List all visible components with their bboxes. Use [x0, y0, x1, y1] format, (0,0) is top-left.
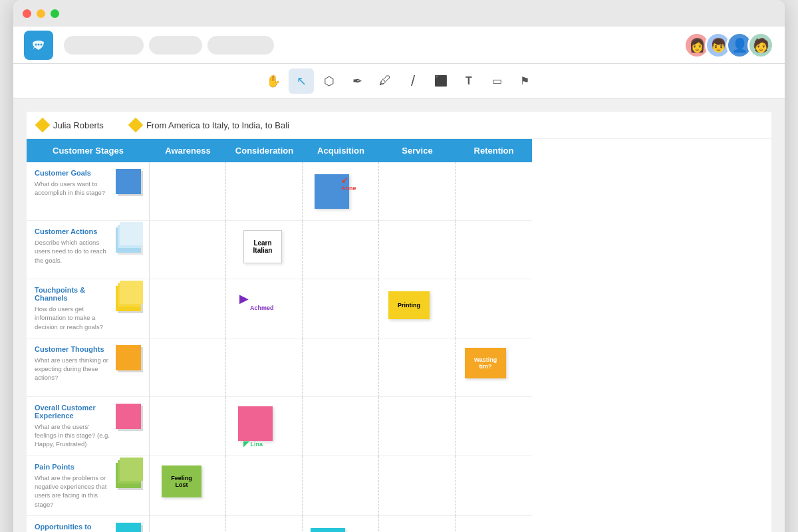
marker-tool[interactable]: 🖊 [372, 68, 398, 94]
eraser-tool[interactable]: ⬡ [317, 68, 342, 94]
cursor-lina: ◤ Lina [243, 440, 263, 448]
sticky-printing[interactable]: Printing [388, 291, 430, 319]
journey-title: From America to Italy, to India, to Bali [146, 120, 289, 130]
dot-red[interactable] [23, 9, 31, 18]
cell-pain-acquisition[interactable] [303, 456, 379, 516]
cell-touch-acquisition[interactable] [303, 279, 379, 338]
row-desc-goals: What do users want to accomplish in this… [35, 180, 112, 198]
person-name: Julia Roberts [53, 120, 104, 130]
cell-exp-consideration[interactable]: ◤ Lina [226, 397, 303, 456]
svg-point-3 [41, 43, 43, 45]
grid-header: Customer Stages Awareness Consideration … [27, 139, 771, 162]
menubar: 👩 👦 👤 🧑 [13, 27, 785, 64]
diamond-icon [35, 118, 51, 133]
dot-green[interactable] [51, 9, 59, 18]
info-row: Julia Roberts From America to Italy, to … [27, 112, 771, 139]
cell-opp-consideration[interactable] [226, 516, 303, 532]
row-title-goals: Customer Goals [35, 169, 112, 177]
avatar-4[interactable]: 🧑 [747, 32, 774, 59]
cell-goals-awareness[interactable] [150, 162, 226, 221]
cursor-tool[interactable]: ↖ [289, 68, 314, 94]
menu-item-2[interactable] [149, 36, 202, 55]
cell-exp-service[interactable] [379, 397, 456, 456]
diamond-icon-2 [128, 118, 144, 133]
col-service: Service [379, 139, 456, 162]
cell-actions-awareness[interactable] [150, 221, 226, 279]
dot-yellow[interactable] [37, 9, 45, 18]
sticky-feeling-lost[interactable]: FeelingLost [162, 466, 201, 497]
sticky-wasting-time[interactable]: Wastingtim? [465, 348, 506, 378]
row-title-opp: Opportunities to Improve [35, 523, 112, 532]
cell-touch-consideration[interactable]: ▶ Achmed [226, 279, 303, 338]
icon-experience [116, 404, 141, 429]
cell-exp-acquisition[interactable] [303, 397, 379, 456]
cell-exp-retention[interactable] [456, 397, 532, 456]
label-customer-actions: Customer Actions Describe which actions … [27, 221, 150, 279]
row-desc-experience: What are the users' feelings in this sta… [35, 422, 112, 449]
sticky-learn-italian[interactable]: LearnItalian [243, 230, 282, 263]
cell-thoughts-awareness[interactable] [150, 338, 226, 397]
icon-opp [116, 523, 141, 532]
row-title-thoughts: Customer Thoughts [35, 345, 112, 353]
cell-goals-service[interactable] [379, 162, 456, 221]
cell-opp-retention[interactable] [456, 516, 532, 532]
cell-thoughts-service[interactable] [379, 338, 456, 397]
cell-touch-service[interactable]: Printing [379, 279, 456, 338]
row-desc-pain: What are the problems or negative experi… [35, 473, 112, 509]
cell-opp-awareness[interactable] [150, 516, 226, 532]
pen-tool[interactable]: ✒ [344, 68, 370, 94]
row-title-experience: Overall Customer Experience [35, 404, 112, 420]
cell-thoughts-acquisition[interactable] [303, 338, 379, 397]
row-customer-actions: Customer Actions Describe which actions … [27, 221, 771, 279]
icon-thoughts [116, 345, 141, 370]
menu-item-3[interactable] [207, 36, 274, 55]
col-stages: Customer Stages [27, 139, 150, 162]
cell-pain-awareness[interactable]: FeelingLost [150, 456, 226, 516]
cell-exp-awareness[interactable] [150, 397, 226, 456]
svg-point-1 [35, 43, 37, 45]
cell-opp-acquisition[interactable]: ◀ Peter [303, 516, 379, 532]
line-tool[interactable]: / [400, 68, 426, 94]
col-awareness: Awareness [150, 139, 226, 162]
label-thoughts: Customer Thoughts What are users thinkin… [27, 338, 150, 397]
cell-touch-awareness[interactable] [150, 279, 226, 338]
sticky-tool[interactable]: ▭ [484, 68, 509, 94]
cell-actions-acquisition[interactable] [303, 221, 379, 279]
col-acquisition: Acquisition [303, 139, 379, 162]
hand-tool[interactable]: ✋ [261, 68, 286, 94]
logo-button[interactable] [24, 31, 53, 60]
shape-tool[interactable]: ⬛ [428, 68, 454, 94]
cell-actions-consideration[interactable]: LearnItalian [226, 221, 303, 279]
text-tool[interactable]: T [456, 68, 481, 94]
label-customer-goals: Customer Goals What do users want to acc… [27, 162, 150, 221]
sticky-lina[interactable] [238, 406, 273, 441]
cursor-achmed: Achmed [250, 305, 274, 311]
row-desc-touchpoints: How do users get information to make a d… [35, 305, 112, 331]
cell-touch-retention[interactable] [456, 279, 532, 338]
row-touchpoints: Touchpoints & Channels How do users get … [27, 279, 771, 338]
col-consideration: Consideration [226, 139, 303, 162]
cell-goals-consideration[interactable] [226, 162, 303, 221]
sticky-peter[interactable] [311, 528, 345, 532]
cell-goals-acquisition[interactable]: ↙Anne [303, 162, 379, 221]
row-title-touchpoints: Touchpoints & Channels [35, 286, 112, 302]
cell-opp-service[interactable] [379, 516, 456, 532]
menu-item-1[interactable] [64, 36, 144, 55]
app-window: 👩 👦 👤 🧑 ✋ ↖ ⬡ ✒ 🖊 / ⬛ T ▭ ⚑ Julia Robert… [13, 0, 785, 532]
cell-thoughts-consideration[interactable] [226, 338, 303, 397]
cell-thoughts-retention[interactable]: Wastingtim? [456, 338, 532, 397]
board: Julia Roberts From America to Italy, to … [27, 112, 771, 532]
cell-pain-service[interactable] [379, 456, 456, 516]
cell-goals-retention[interactable] [456, 162, 532, 221]
cell-pain-retention[interactable] [456, 456, 532, 516]
row-opportunities: Opportunities to Improve How can we help… [27, 516, 771, 532]
avatars-group: 👩 👦 👤 🧑 [689, 32, 774, 59]
journey-info: From America to Italy, to India, to Bali [130, 120, 289, 130]
cell-actions-service[interactable] [379, 221, 456, 279]
label-experience: Overall Customer Experience What are the… [27, 397, 150, 456]
cell-pain-consideration[interactable] [226, 456, 303, 516]
flag-tool[interactable]: ⚑ [512, 68, 537, 94]
col-retention: Retention [456, 139, 532, 162]
cell-actions-retention[interactable] [456, 221, 532, 279]
row-customer-goals: Customer Goals What do users want to acc… [27, 162, 771, 221]
